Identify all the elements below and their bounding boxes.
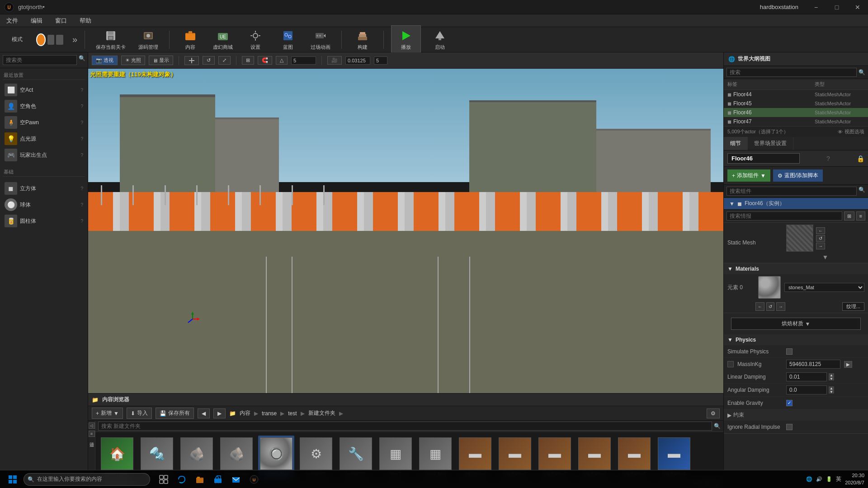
save-all-btn[interactable]: 💾 保存所有: [156, 408, 194, 419]
linear-damping-down[interactable]: ▼: [829, 377, 834, 380]
outliner-floor47[interactable]: ◼ Floor47 StaticMeshActor: [724, 117, 868, 126]
outliner-floor45[interactable]: ◼ Floor45 StaticMeshActor: [724, 99, 868, 108]
tab-world-settings[interactable]: 世界场景设置: [748, 137, 793, 150]
physics-header[interactable]: ▼ Physics: [724, 334, 868, 345]
mass-arrow-btn[interactable]: ▶: [844, 361, 852, 368]
blueprint-btn[interactable]: 蓝图: [274, 27, 302, 52]
cb-path-test[interactable]: test: [286, 409, 298, 418]
left-item-empty-pawn[interactable]: 🧍 空Pawn ?: [3, 114, 85, 131]
component-search-input[interactable]: [726, 187, 857, 196]
left-item-empty-act[interactable]: ⬜ 空Act ?: [3, 82, 85, 98]
left-item-sphere[interactable]: ⚪ 球体 ?: [3, 197, 85, 213]
save-btn[interactable]: 保存当前关卡: [92, 27, 129, 52]
taskview-btn[interactable]: [156, 471, 172, 488]
build-btn[interactable]: 构建: [349, 27, 376, 52]
ue-taskbar-btn[interactable]: U: [246, 471, 262, 488]
cb-filter-btn[interactable]: ≡: [89, 431, 95, 437]
placement-mode-icon[interactable]: [36, 33, 46, 46]
outliner-search-icon[interactable]: 🔍: [859, 69, 865, 75]
details-lock-icon[interactable]: 🔒: [857, 155, 864, 162]
mass-input[interactable]: [786, 360, 840, 369]
new-btn[interactable]: + 新增 ▼: [92, 408, 123, 419]
left-item-cylinder[interactable]: 🥫 圆柱体 ?: [3, 213, 85, 229]
menu-file[interactable]: 文件: [4, 16, 21, 26]
market-btn[interactable]: UE 虚幻商城: [209, 27, 236, 52]
angular-damping-down[interactable]: ▼: [829, 390, 834, 394]
expand-toolbar-btn[interactable]: »: [72, 34, 77, 45]
left-search-input[interactable]: [3, 55, 77, 65]
cb-path-content[interactable]: 内容: [238, 408, 252, 418]
play-btn[interactable]: 播放: [391, 25, 421, 54]
content-btn[interactable]: 内容: [177, 27, 204, 52]
viewport-3d[interactable]: 光照需要重建（119未构建对象）: [88, 69, 723, 393]
settings-btn[interactable]: 设置: [242, 27, 269, 52]
details-help-icon[interactable]: ?: [826, 155, 830, 162]
left-search-icon[interactable]: 🔍: [79, 55, 85, 65]
cb-toggle-btn[interactable]: ◁: [89, 422, 95, 429]
mesh-expand-icon[interactable]: ▼: [822, 253, 829, 261]
mesh-pick-btn[interactable]: ←: [816, 227, 825, 234]
prop-search-input[interactable]: [726, 211, 842, 221]
constraint-section[interactable]: ▶ 约束: [724, 409, 868, 421]
cb-search-icon[interactable]: 🔍: [714, 423, 721, 429]
menu-edit[interactable]: 编辑: [28, 16, 45, 26]
perspective-btn[interactable]: 📷 透视: [92, 56, 118, 65]
nav-forward-btn[interactable]: ▶: [213, 408, 226, 418]
enable-gravity-checkbox[interactable]: [786, 400, 793, 406]
blueprint-script-btn[interactable]: ⚙ 蓝图/添加脚本: [773, 169, 823, 182]
material-select[interactable]: stones_Mat: [784, 283, 864, 292]
taskbar-search-box[interactable]: 🔍 在这里输入你要搜索的内容: [24, 473, 150, 486]
left-item-point-light[interactable]: 💡 点光源 ?: [3, 131, 85, 147]
simulate-physics-checkbox[interactable]: [786, 348, 793, 355]
mail-btn[interactable]: [228, 471, 244, 488]
paint-mode-icon[interactable]: [47, 35, 55, 45]
linear-damping-input[interactable]: [786, 372, 827, 381]
cinematic-btn[interactable]: 过场动画: [307, 27, 334, 52]
maximize-button[interactable]: □: [826, 0, 847, 14]
actor-name-input[interactable]: [727, 153, 800, 164]
tab-details[interactable]: 细节: [724, 137, 748, 150]
camera-speed-btn[interactable]: 🎥: [327, 56, 342, 65]
outliner-floor46[interactable]: ◼ Floor46 StaticMeshActor: [724, 108, 868, 117]
left-item-cube[interactable]: ◼ 立方体 ?: [3, 180, 85, 197]
bake-material-btn[interactable]: 烘焙材质 ▼: [731, 318, 861, 330]
add-component-btn[interactable]: + 添加组件 ▼: [727, 169, 770, 182]
settings-btn-cb[interactable]: ⚙: [707, 408, 720, 418]
minimize-button[interactable]: −: [806, 0, 826, 14]
snap-count-input[interactable]: [374, 56, 387, 65]
file-explorer-btn[interactable]: [192, 471, 208, 488]
cb-search-input[interactable]: [98, 422, 712, 431]
materials-header[interactable]: ▼ Materials: [724, 263, 868, 274]
mesh-reset-btn[interactable]: ↺: [816, 235, 825, 242]
angular-damping-input[interactable]: [786, 385, 827, 394]
cb-path-newfolder[interactable]: 新建文件夹: [307, 408, 337, 418]
prop-grid-btn[interactable]: ⊞: [844, 211, 854, 221]
grid-btn[interactable]: ⊞: [242, 56, 254, 65]
mat-reset-btn[interactable]: ↺: [766, 302, 774, 311]
edge-btn[interactable]: [174, 471, 190, 488]
menu-window[interactable]: 窗口: [52, 16, 70, 26]
mass-enabled-checkbox[interactable]: [727, 361, 734, 367]
cb-path-transe[interactable]: transe: [260, 409, 278, 418]
angle-input[interactable]: [291, 56, 316, 65]
mat-browse-btn[interactable]: →: [776, 302, 785, 311]
mesh-browse-btn[interactable]: →: [816, 243, 825, 249]
angle-btn[interactable]: △: [276, 56, 288, 65]
lighting-btn[interactable]: ☀ 光照: [121, 56, 145, 65]
ignore-radial-checkbox[interactable]: [786, 424, 793, 430]
start-button[interactable]: [4, 472, 22, 487]
source-btn[interactable]: 源码管理: [135, 27, 162, 52]
mat-pick-btn[interactable]: ←: [755, 302, 764, 311]
scale-btn[interactable]: ⤢: [218, 56, 231, 65]
rotate-btn[interactable]: ↺: [203, 56, 215, 65]
outliner-search-input[interactable]: [726, 68, 857, 77]
nav-back-btn[interactable]: ◀: [198, 408, 210, 418]
left-item-player[interactable]: 🎮 玩家出生点 ?: [3, 147, 85, 163]
display-btn[interactable]: 🖥 显示: [149, 56, 173, 65]
snap-input[interactable]: [345, 56, 370, 65]
store-btn[interactable]: [210, 471, 226, 488]
component-search-icon[interactable]: 🔍: [859, 187, 865, 196]
launch-btn[interactable]: 启动: [426, 27, 453, 52]
snap-btn[interactable]: 🧲: [258, 56, 272, 65]
close-button[interactable]: ✕: [847, 0, 868, 14]
